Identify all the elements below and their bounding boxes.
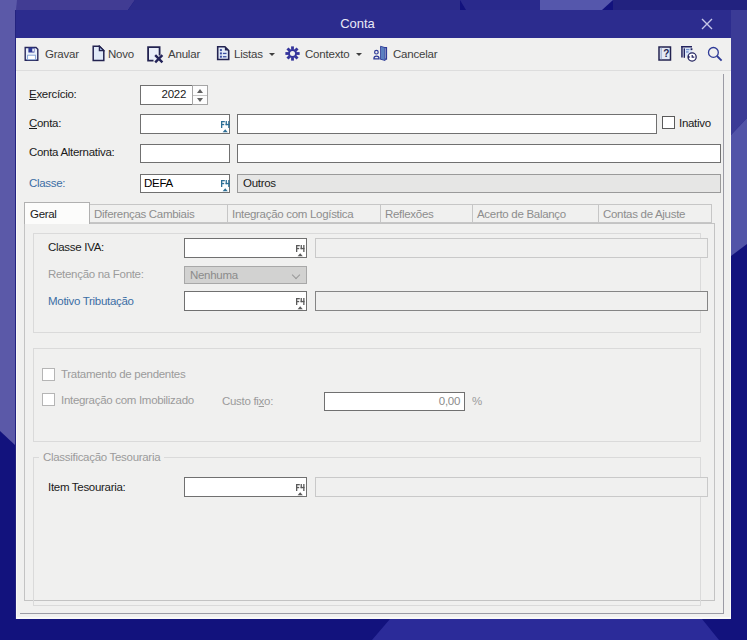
svg-text:?: ? bbox=[663, 48, 669, 59]
